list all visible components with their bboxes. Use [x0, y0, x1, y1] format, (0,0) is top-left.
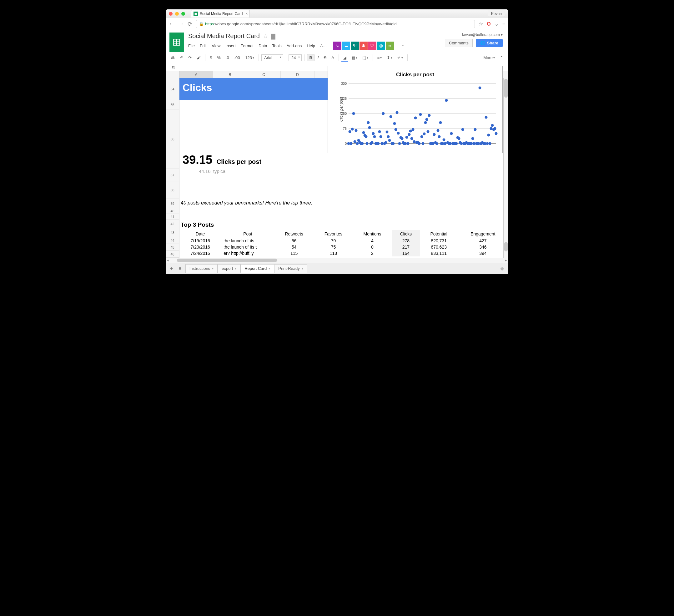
hscrollbar-thumb[interactable] — [177, 259, 277, 262]
strikethrough-button[interactable]: S — [322, 55, 328, 61]
menu-tools[interactable]: Tools — [272, 43, 282, 48]
row-42[interactable]: 42 — [166, 219, 179, 228]
row-39[interactable]: 39 — [166, 199, 179, 208]
row-40[interactable]: 40 — [166, 208, 179, 214]
col-D[interactable]: D — [281, 71, 315, 78]
vertical-scrollbar[interactable] — [503, 78, 508, 258]
addon-badge[interactable]: ≈ — [386, 41, 394, 50]
table-cell[interactable]: 115 — [274, 250, 314, 256]
table-cell[interactable]: 164 — [392, 250, 420, 256]
addon-badge[interactable]: Ψ — [351, 41, 359, 50]
menu-file[interactable]: File — [188, 43, 195, 48]
row-43[interactable]: 43 — [166, 228, 179, 237]
paint-format-icon[interactable]: 🖌 — [195, 55, 203, 61]
col-C[interactable]: C — [247, 71, 281, 78]
table-cell[interactable]: 66 — [274, 238, 314, 244]
share-button[interactable]: 🌐 Share — [476, 39, 503, 47]
add-sheet-button[interactable]: + — [168, 266, 175, 272]
more-formats-button[interactable]: More ▾ — [481, 55, 497, 61]
table-cell[interactable]: 2 — [353, 250, 392, 256]
sheet-tab[interactable]: export▾ — [218, 264, 240, 273]
table-cell[interactable]: 54 — [274, 244, 314, 250]
table-cell[interactable]: :he launch of its t — [221, 238, 274, 244]
table-cell[interactable]: 7/19/2016 — [180, 238, 221, 244]
text-color-button[interactable]: A — [330, 55, 336, 61]
font-family-select[interactable]: Arial — [261, 55, 283, 61]
table-row[interactable]: 7/24/2016er? http://buff.ly1151132164833… — [180, 250, 508, 256]
hamburger-menu-icon[interactable]: ≡ — [502, 21, 505, 27]
bookmark-star-icon[interactable]: ☆ — [479, 21, 483, 27]
number-format-button[interactable]: 123 ▾ — [243, 55, 256, 61]
row-35[interactable]: 35 — [166, 100, 179, 109]
fill-color-button[interactable]: ◢ — [341, 55, 348, 61]
table-cell[interactable]: 427 — [458, 238, 508, 244]
sheet-tab-menu-icon[interactable]: ▾ — [212, 267, 214, 270]
table-cell[interactable]: er? http://buff.ly — [221, 250, 274, 256]
addon-badge[interactable]: ➘ — [333, 41, 341, 50]
addon-badge[interactable]: ✱ — [359, 41, 368, 50]
table-header[interactable]: Post — [221, 230, 274, 238]
table-cell[interactable]: :he launch of its t — [221, 244, 274, 250]
table-header[interactable]: Potential — [420, 230, 458, 238]
close-tab-icon[interactable]: × — [245, 12, 248, 16]
explore-icon[interactable]: ◆ — [498, 266, 506, 272]
table-cell[interactable]: 670,623 — [420, 244, 458, 250]
menu-data[interactable]: Data — [258, 43, 267, 48]
font-size-select[interactable]: 24 — [289, 55, 302, 61]
table-row[interactable]: 7/20/2016:he launch of its t54750217670,… — [180, 244, 508, 250]
addon-badge[interactable]: ☁ — [342, 41, 350, 50]
sheet-tab[interactable]: Print-Ready▾ — [274, 264, 307, 273]
pocket-icon[interactable]: ⌄ — [494, 21, 498, 27]
italic-button[interactable]: I — [316, 55, 321, 61]
table-cell[interactable]: 278 — [392, 238, 420, 244]
scroll-right-icon[interactable]: ▸ — [505, 258, 507, 262]
row-37[interactable]: 37 — [166, 169, 179, 181]
expand-toolbar-icon[interactable]: ⌃ — [498, 55, 505, 61]
document-title[interactable]: Social Media Report Card — [188, 32, 260, 40]
merge-button[interactable]: ⬚ ▾ — [360, 55, 370, 61]
maximize-window-button[interactable] — [181, 12, 185, 16]
row-46[interactable]: 46 — [166, 251, 179, 258]
scrollbar-thumb[interactable] — [504, 79, 508, 98]
bold-button[interactable]: B — [307, 54, 314, 61]
table-cell[interactable]: 394 — [458, 250, 508, 256]
scroll-left-icon[interactable]: ◂ — [167, 258, 169, 262]
table-cell[interactable]: 217 — [392, 244, 420, 250]
reload-button[interactable]: ⟳ — [188, 21, 192, 27]
row-34[interactable]: 34 — [166, 78, 179, 100]
v-align-button[interactable]: ↧ ▾ — [385, 55, 394, 61]
table-header[interactable]: Engagement — [458, 230, 508, 238]
clicks-chart[interactable]: Clicks per post Clicks per post 07515022… — [328, 66, 503, 153]
table-header[interactable]: Mentions — [353, 230, 392, 238]
percent-button[interactable]: % — [215, 55, 223, 61]
chat-icon[interactable]: ▪ — [402, 43, 404, 48]
table-row[interactable]: 7/19/2016:he launch of its t66794278820,… — [180, 238, 508, 244]
menu-insert[interactable]: Insert — [225, 43, 236, 48]
extension-icon[interactable]: O — [487, 21, 490, 27]
col-B[interactable]: B — [213, 71, 247, 78]
browser-tab[interactable]: ▦ Social Media Report Card × — [191, 10, 250, 17]
sheet-tab[interactable]: Instructions▾ — [185, 264, 218, 273]
table-cell[interactable]: 7/20/2016 — [180, 244, 221, 250]
comments-button[interactable]: Comments — [445, 39, 473, 47]
col-A[interactable]: A — [180, 71, 213, 78]
redo-icon[interactable]: ↷ — [186, 55, 194, 61]
menu-view[interactable]: View — [212, 43, 220, 48]
row-44[interactable]: 44 — [166, 237, 179, 244]
forward-button[interactable]: → — [178, 21, 184, 27]
horizontal-scrollbar[interactable]: ◂ ▸ — [166, 258, 508, 263]
row-45[interactable]: 45 — [166, 244, 179, 251]
table-cell[interactable]: 7/24/2016 — [180, 250, 221, 256]
row-38[interactable]: 38 — [166, 181, 179, 199]
addon-badge[interactable]: ◎ — [377, 41, 385, 50]
currency-button[interactable]: $ — [208, 55, 214, 61]
row-41[interactable]: 41 — [166, 214, 179, 219]
profile-chip[interactable]: Kevan — [488, 11, 505, 17]
table-cell[interactable]: 833,111 — [420, 250, 458, 256]
folder-icon[interactable]: ▇ — [271, 33, 275, 40]
sheet-tab[interactable]: Report Card▾ — [240, 264, 274, 273]
menu-addons[interactable]: Add-ons — [287, 43, 302, 48]
sheet-tab-menu-icon[interactable]: ▾ — [268, 267, 270, 270]
menu-format[interactable]: Format — [241, 43, 253, 48]
minimize-window-button[interactable] — [175, 12, 179, 16]
